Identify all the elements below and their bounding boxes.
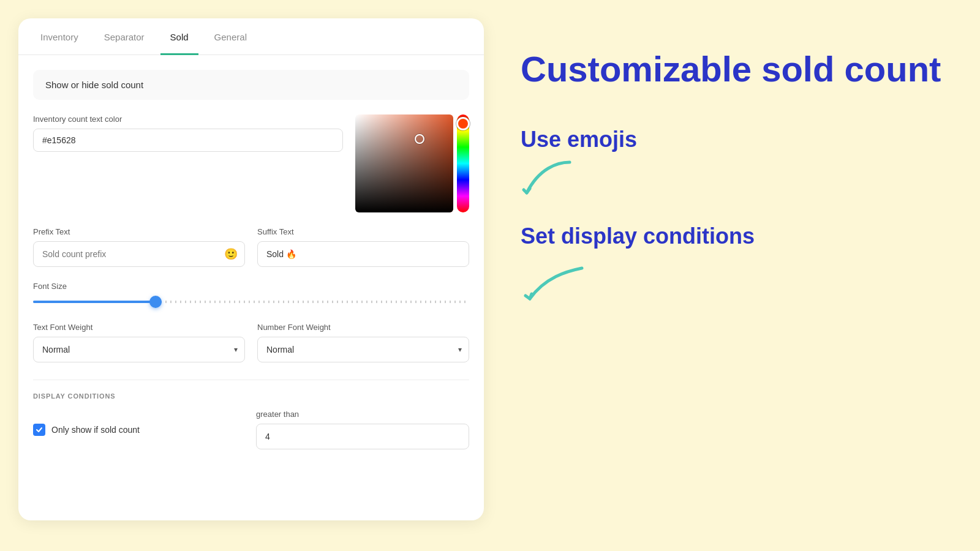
slider-track	[33, 301, 469, 303]
conditions-section-label: DISPLAY CONDITIONS	[33, 392, 469, 400]
promo-emojis-block: Use emojis	[521, 127, 949, 199]
slider-thumb[interactable]	[149, 296, 162, 308]
font-weight-row: Text Font Weight Normal Bold Light Mediu…	[33, 323, 469, 362]
greater-than-label: greater than	[256, 410, 469, 419]
color-spectrum-bar[interactable]	[457, 114, 469, 212]
checkbox-label: Only show if sold count	[51, 425, 140, 435]
number-font-weight-select-wrap: Normal Bold Light Medium ▾	[257, 337, 469, 362]
emoji-icon[interactable]: 🙂	[224, 247, 238, 261]
checkbox-wrap: Only show if sold count	[33, 424, 246, 436]
color-section: Inventory count text color	[33, 114, 469, 212]
settings-card: Inventory Separator Sold General Show or…	[18, 18, 484, 520]
suffix-input-wrap	[257, 241, 469, 267]
number-font-weight-group: Number Font Weight Normal Bold Light Med…	[257, 323, 469, 362]
number-font-weight-label: Number Font Weight	[257, 323, 469, 332]
use-emojis-annotation: Use emojis	[521, 127, 949, 152]
display-conditions: DISPLAY CONDITIONS Only show if sold cou…	[33, 380, 469, 449]
prefix-group: Prefix Text 🙂	[33, 227, 245, 267]
suffix-label: Suffix Text	[257, 227, 469, 236]
tabs-bar: Inventory Separator Sold General	[18, 18, 484, 55]
color-left: Inventory count text color	[33, 114, 343, 212]
font-size-label: Font Size	[33, 282, 469, 291]
show-hide-label: Show or hide sold count	[45, 80, 143, 90]
color-picker-dot[interactable]	[415, 134, 424, 144]
arrow-emojis-icon	[521, 156, 582, 199]
only-show-checkbox[interactable]	[33, 424, 45, 436]
color-hex-input[interactable]	[33, 129, 343, 152]
promo-title-block: Customizable sold count	[521, 49, 949, 90]
color-gradient-overlay	[355, 114, 453, 212]
text-font-weight-select-wrap: Normal Bold Light Medium ▾	[33, 337, 245, 362]
tab-sold[interactable]: Sold	[160, 18, 198, 55]
text-fields-row: Prefix Text 🙂 Suffix Text	[33, 227, 469, 267]
condition-value-input[interactable]	[256, 424, 469, 449]
arrow-conditions-icon	[521, 259, 594, 308]
font-size-slider[interactable]	[33, 296, 469, 308]
tab-general[interactable]: General	[205, 18, 257, 55]
promo-title: Customizable sold count	[521, 49, 949, 90]
color-field-label: Inventory count text color	[33, 114, 343, 124]
tab-separator[interactable]: Separator	[94, 18, 154, 55]
prefix-input[interactable]	[33, 241, 245, 267]
text-font-weight-select[interactable]: Normal Bold Light Medium	[33, 337, 245, 362]
font-size-section: Font Size	[33, 282, 469, 308]
condition-right: greater than	[256, 410, 469, 449]
show-hide-row: Show or hide sold count	[33, 70, 469, 100]
text-font-weight-label: Text Font Weight	[33, 323, 245, 332]
page-container: Inventory Separator Sold General Show or…	[0, 0, 980, 551]
slider-filled	[33, 301, 162, 303]
condition-row: Only show if sold count greater than	[33, 410, 469, 449]
prefix-label: Prefix Text	[33, 227, 245, 236]
use-emojis-label: Use emojis	[521, 127, 637, 152]
checkmark-icon	[36, 426, 43, 433]
color-gradient-canvas[interactable]	[355, 114, 453, 212]
promo-conditions-block: Set display conditions	[521, 223, 949, 308]
suffix-input[interactable]	[257, 241, 469, 267]
prefix-input-wrap: 🙂	[33, 241, 245, 267]
number-font-weight-select[interactable]: Normal Bold Light Medium	[257, 337, 469, 362]
color-picker[interactable]	[355, 114, 469, 212]
promo-section: Customizable sold count Use emojis Set d…	[508, 18, 962, 320]
set-conditions-label: Set display conditions	[521, 223, 949, 249]
text-font-weight-group: Text Font Weight Normal Bold Light Mediu…	[33, 323, 245, 362]
card-body: Show or hide sold count Inventory count …	[18, 55, 484, 464]
suffix-group: Suffix Text	[257, 227, 469, 267]
spectrum-thumb[interactable]	[456, 117, 470, 130]
tab-inventory[interactable]: Inventory	[31, 18, 88, 55]
